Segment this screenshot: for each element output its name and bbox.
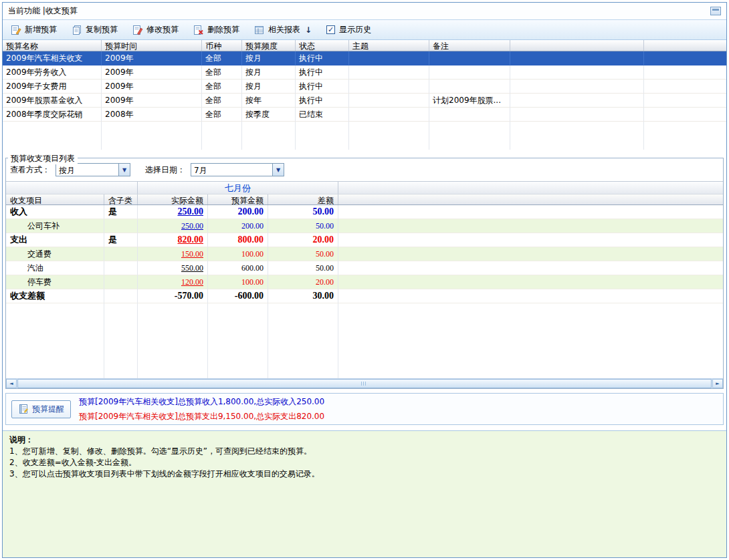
column-header-subflag[interactable]: 含子类 (104, 194, 138, 204)
scroll-left-icon[interactable]: ◄ (6, 379, 17, 388)
budget-cell-time: 2009年 (102, 80, 202, 94)
scrollbar-thumb[interactable] (17, 379, 712, 388)
column-header-status[interactable]: 状态 (296, 40, 349, 51)
chevron-down-icon[interactable]: ▼ (118, 164, 130, 176)
column-header-blank (510, 40, 644, 51)
budget-cell-frequency: 按季度 (242, 108, 296, 122)
date-select[interactable]: 7月 ▼ (191, 163, 284, 176)
diff-amount: 20.00 (313, 235, 334, 245)
column-header-remark[interactable]: 备注 (429, 40, 510, 51)
column-header-theme[interactable]: 主题 (349, 40, 429, 51)
reminder-income-line: 预算[2009年汽车相关收支]总预算收入1,800.00,总实际收入250.00 (79, 396, 324, 408)
instructions-panel: 说明： 1、您可新增、复制、修改、删除预算。勾选“显示历史”，可查阅到已经结束的… (3, 430, 726, 557)
show-history-label: 显示历史 (339, 24, 371, 35)
budget-cell-currency: 全部 (202, 80, 242, 94)
budget-cell-status: 已结束 (296, 108, 349, 122)
budget-amount: 100.00 (241, 277, 264, 287)
items-panel-title: 预算收支项目列表 (8, 153, 78, 164)
budget-cell-frequency: 按月 (242, 80, 296, 94)
edit-budget-button[interactable]: 修改预算 (132, 24, 179, 35)
reminder-messages: 预算[2009年汽车相关收支]总预算收入1,800.00,总实际收入250.00… (79, 396, 324, 422)
budget-amount: 200.00 (241, 221, 264, 231)
budget-cell-theme (349, 51, 429, 65)
budget-cell-remark (429, 80, 510, 94)
horizontal-scrollbar[interactable]: ◄ ► (6, 378, 723, 388)
page-title: 当前功能 |收支预算 (8, 5, 78, 17)
items-row-expense: 支出 是 820.00 800.00 20.00 (6, 233, 723, 247)
actual-amount-link[interactable]: 150.00 (181, 249, 203, 259)
budget-cell-theme (349, 108, 429, 122)
budget-cell-theme (349, 94, 429, 108)
budget-cell-currency: 全部 (202, 108, 242, 122)
budget-cell-blank (510, 65, 644, 80)
reminder-expense-line: 预算[2009年汽车相关收支]总预算支出9,150.00,总实际支出820.00 (79, 411, 324, 422)
add-budget-label: 新增预算 (25, 24, 57, 35)
budget-cell-remark (429, 108, 510, 122)
checkbox-checked-icon[interactable] (326, 25, 335, 34)
budget-cell-blank (510, 51, 644, 65)
budget-cell-currency: 全部 (202, 51, 242, 65)
budget-table-empty-area (3, 122, 726, 150)
column-header-currency[interactable]: 币种 (202, 40, 242, 51)
budget-amount: -600.00 (235, 291, 264, 301)
budget-row[interactable]: 2009年子女费用 2009年 全部 按月 执行中 (3, 80, 726, 94)
show-history-checkbox[interactable]: 显示历史 (326, 24, 371, 35)
related-reports-button[interactable]: 相关报表 ↓ (254, 24, 312, 35)
add-budget-button[interactable]: 新增预算 (11, 24, 57, 35)
window-panel-icon[interactable] (710, 7, 721, 15)
actual-amount-link[interactable]: 120.00 (181, 277, 203, 287)
budget-cell-frequency: 按月 (242, 65, 296, 80)
column-header-diff[interactable]: 差额 (268, 194, 338, 204)
instruction-line-1: 1、您可新增、复制、修改、删除预算。勾选“显示历史”，可查阅到已经结束的预算。 (9, 446, 720, 457)
view-mode-label: 查看方式： (10, 164, 50, 176)
items-table-empty-area (6, 303, 723, 378)
item-name: 支出 (6, 233, 104, 247)
budget-cell-remark (429, 65, 510, 80)
budget-row[interactable]: 2009年股票基金收入 2009年 全部 按年 执行中 计划2009年股票... (3, 94, 726, 108)
items-filters: 查看方式： 按月 ▼ 选择日期： 7月 ▼ (6, 158, 723, 178)
budget-reminder-button[interactable]: 预算提醒 (11, 400, 71, 418)
related-reports-label: 相关报表 (268, 24, 300, 35)
column-header-frequency[interactable]: 预算频度 (242, 40, 296, 51)
budget-cell-time: 2009年 (102, 65, 202, 80)
budget-cell-name: 2009年股票基金收入 (3, 94, 102, 108)
column-header-time[interactable]: 预算时间 (102, 40, 202, 51)
actual-amount: -570.00 (175, 291, 203, 301)
items-row-parking: 停车费 120.00 100.00 20.00 (6, 275, 723, 289)
budget-cell-theme (349, 65, 429, 80)
view-mode-select[interactable]: 按月 ▼ (56, 163, 130, 176)
item-name: 公司车补 (6, 219, 104, 233)
delete-budget-icon (193, 25, 204, 35)
actual-amount-link[interactable]: 550.00 (181, 263, 203, 273)
item-name: 汽油 (6, 261, 104, 275)
chevron-down-icon[interactable]: ▼ (272, 164, 284, 176)
diff-amount: 50.00 (316, 221, 334, 231)
budget-row[interactable]: 2008年季度交际花销 2008年 全部 按季度 已结束 (3, 108, 726, 122)
budget-cell-status: 执行中 (296, 94, 349, 108)
budget-amount: 600.00 (241, 263, 264, 273)
budget-row[interactable]: 2009年劳务收入 2009年 全部 按月 执行中 (3, 65, 726, 80)
column-header-actual[interactable]: 实际金额 (138, 194, 208, 204)
diff-amount: 30.00 (313, 291, 334, 301)
column-header-item[interactable]: 收支项目 (6, 194, 104, 204)
budget-cell-name: 2009年子女费用 (3, 80, 102, 94)
budget-row[interactable]: 2009年汽车相关收支 2009年 全部 按月 执行中 (3, 51, 726, 65)
period-header: 七月份 (138, 182, 338, 194)
budget-amount: 200.00 (238, 206, 264, 217)
actual-amount-link[interactable]: 250.00 (178, 206, 204, 217)
actual-amount-link[interactable]: 820.00 (178, 235, 204, 245)
view-mode-value: 按月 (56, 164, 118, 176)
actual-amount-link[interactable]: 250.00 (181, 221, 203, 231)
column-header-budget[interactable]: 预算金额 (208, 194, 268, 204)
scroll-right-icon[interactable]: ► (712, 379, 723, 388)
related-reports-icon (254, 25, 265, 35)
budget-reminder-label: 预算提醒 (32, 404, 64, 415)
delete-budget-button[interactable]: 删除预算 (193, 24, 239, 35)
column-header-name[interactable]: 预算名称 (3, 40, 102, 51)
copy-budget-button[interactable]: 复制预算 (72, 24, 118, 35)
diff-amount: 50.00 (313, 206, 334, 217)
budget-cell-frequency: 按月 (242, 51, 296, 65)
item-name: 停车费 (6, 275, 104, 289)
items-row-income: 收入 是 250.00 200.00 50.00 (6, 205, 723, 219)
budget-cell-theme (349, 80, 429, 94)
